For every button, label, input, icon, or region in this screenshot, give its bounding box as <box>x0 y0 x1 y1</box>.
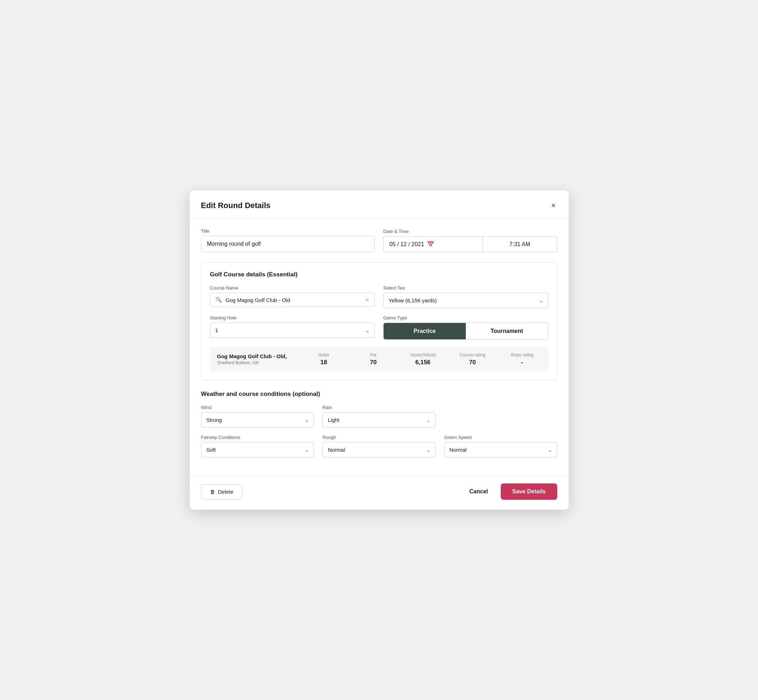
yards-stat: Yards(Yellow) 6,156 <box>404 353 442 366</box>
wind-dropdown[interactable]: Strong <box>201 412 314 428</box>
fairway-rough-green-row: Fairway Conditions Soft ⌄ Rough Normal <box>201 434 557 458</box>
golf-course-section: Golf Course details (Essential) Course N… <box>201 262 557 381</box>
course-info-row: Gog Magog Golf Club - Old, Shelford Bott… <box>210 347 548 372</box>
wind-wrap: Strong ⌄ <box>201 412 314 428</box>
course-info-name: Gog Magog Golf Club - Old, Shelford Bott… <box>217 353 294 365</box>
rain-dropdown[interactable]: Light <box>323 412 435 428</box>
trash-icon: 🗑 <box>210 489 215 495</box>
fairway-dropdown[interactable]: Soft <box>201 442 314 458</box>
green-speed-dropdown[interactable]: Normal <box>444 442 557 458</box>
edit-round-modal: Edit Round Details × Title Date & Time 0… <box>190 190 568 510</box>
tournament-toggle-button[interactable]: Tournament <box>466 323 548 339</box>
game-type-toggle: Practice Tournament <box>383 323 548 340</box>
par-stat: Par 70 <box>354 353 392 366</box>
yards-label: Yards(Yellow) <box>410 353 436 358</box>
datetime-label: Date & Time <box>383 229 557 234</box>
datetime-field-group: Date & Time 05 / 12 / 2021 📅 7:31 AM <box>383 229 557 252</box>
rough-dropdown[interactable]: Normal <box>323 442 435 458</box>
fairway-label: Fairway Conditions <box>201 434 314 440</box>
wind-label: Wind <box>201 405 314 410</box>
datetime-row: 05 / 12 / 2021 📅 7:31 AM <box>383 236 557 252</box>
time-value: 7:31 AM <box>509 241 530 248</box>
course-tee-row: Course Name 🔍 ✕ Select Tee Yellow (6,156… <box>210 285 548 308</box>
title-field-group: Title <box>201 228 375 252</box>
delete-button[interactable]: 🗑 Delete <box>201 484 242 499</box>
fairway-wrap: Soft ⌄ <box>201 442 314 458</box>
save-button[interactable]: Save Details <box>501 483 557 500</box>
par-label: Par <box>370 353 377 358</box>
green-speed-label: Green Speed <box>444 434 557 440</box>
modal-body: Title Date & Time 05 / 12 / 2021 📅 7:31 … <box>190 219 568 476</box>
hole-gametype-row: Starting Hole 1 ⌄ Game Type Practice Tou… <box>210 315 548 340</box>
select-tee-dropdown[interactable]: Yellow (6,156 yards) <box>383 293 548 308</box>
rough-wrap: Normal ⌄ <box>323 442 435 458</box>
rough-label: Rough <box>323 434 435 440</box>
wind-rain-row: Wind Strong ⌄ Rain Light ⌄ <box>201 405 557 428</box>
course-name-label: Course Name <box>210 285 375 291</box>
fairway-field: Fairway Conditions Soft ⌄ <box>201 434 314 458</box>
time-input-box[interactable]: 7:31 AM <box>482 236 557 252</box>
slope-rating-stat: Slope rating - <box>503 353 541 366</box>
rain-field: Rain Light ⌄ <box>323 405 435 428</box>
cancel-button[interactable]: Cancel <box>467 484 491 499</box>
course-rating-value: 70 <box>469 359 476 366</box>
select-tee-field: Select Tee Yellow (6,156 yards) ⌄ <box>383 285 548 308</box>
weather-title: Weather and course conditions (optional) <box>201 391 557 398</box>
course-section-title: Golf Course details (Essential) <box>210 271 548 278</box>
slope-rating-label: Slope rating <box>511 353 534 358</box>
slope-rating-value: - <box>521 359 523 366</box>
course-location: Shelford Bottom, UK <box>217 360 294 365</box>
modal-header: Edit Round Details × <box>190 190 568 219</box>
green-speed-wrap: Normal ⌄ <box>444 442 557 458</box>
close-button[interactable]: × <box>550 200 557 211</box>
game-type-field: Game Type Practice Tournament <box>383 315 548 340</box>
footer-right: Cancel Save Details <box>467 483 557 500</box>
calendar-icon: 📅 <box>427 241 434 248</box>
par-value: 70 <box>370 359 377 366</box>
rain-label: Rain <box>323 405 435 410</box>
yards-value: 6,156 <box>415 359 431 366</box>
green-speed-field: Green Speed Normal ⌄ <box>444 434 557 458</box>
starting-hole-field: Starting Hole 1 ⌄ <box>210 315 375 340</box>
title-input[interactable] <box>201 236 375 252</box>
title-label: Title <box>201 228 375 234</box>
wind-field: Wind Strong ⌄ <box>201 405 314 428</box>
course-name-field: Course Name 🔍 ✕ <box>210 285 375 308</box>
course-rating-label: Course rating <box>460 353 485 358</box>
starting-hole-wrap: 1 ⌄ <box>210 323 375 338</box>
course-rating-stat: Course rating 70 <box>453 353 492 366</box>
practice-toggle-button[interactable]: Practice <box>384 323 466 339</box>
holes-value: 18 <box>320 359 327 366</box>
starting-hole-label: Starting Hole <box>210 315 375 320</box>
rough-field: Rough Normal ⌄ <box>323 434 435 458</box>
course-main-name: Gog Magog Golf Club - Old, <box>217 353 294 359</box>
holes-label: Holes <box>318 353 329 358</box>
weather-section: Weather and course conditions (optional)… <box>201 391 557 458</box>
top-row: Title Date & Time 05 / 12 / 2021 📅 7:31 … <box>201 228 557 252</box>
clear-icon[interactable]: ✕ <box>365 297 370 303</box>
date-value: 05 / 12 / 2021 <box>389 241 424 248</box>
select-tee-label: Select Tee <box>383 285 548 291</box>
modal-footer: 🗑 Delete Cancel Save Details <box>190 476 568 510</box>
delete-label: Delete <box>218 489 233 495</box>
course-name-input[interactable] <box>226 297 362 303</box>
holes-stat: Holes 18 <box>305 353 343 366</box>
date-input-box[interactable]: 05 / 12 / 2021 📅 <box>383 236 482 252</box>
modal-title: Edit Round Details <box>201 201 271 210</box>
starting-hole-dropdown[interactable]: 1 <box>210 323 375 338</box>
game-type-label: Game Type <box>383 315 548 320</box>
rain-wrap: Light ⌄ <box>323 412 435 428</box>
course-name-search[interactable]: 🔍 ✕ <box>210 293 375 307</box>
select-tee-wrap: Yellow (6,156 yards) ⌄ <box>383 293 548 308</box>
search-icon: 🔍 <box>215 297 222 303</box>
